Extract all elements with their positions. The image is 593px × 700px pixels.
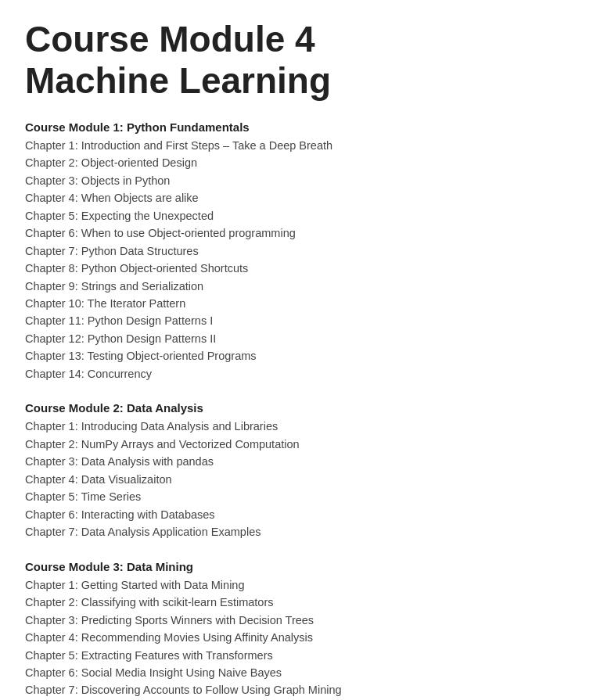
chapter-item: Chapter 6: Interacting with Databases — [25, 506, 568, 523]
chapter-item: Chapter 4: When Objects are alike — [25, 189, 568, 206]
chapter-item: Chapter 4: Data Visualizaiton — [25, 471, 568, 488]
chapter-item: Chapter 5: Time Series — [25, 488, 568, 505]
chapter-item: Chapter 4: Recommending Movies Using Aff… — [25, 629, 568, 646]
module-section-3: Course Module 3: Data MiningChapter 1: G… — [25, 560, 568, 700]
chapter-item: Chapter 3: Objects in Python — [25, 172, 568, 189]
chapter-item: Chapter 6: Social Media Insight Using Na… — [25, 664, 568, 681]
chapter-item: Chapter 10: The Iterator Pattern — [25, 295, 568, 312]
module-section-1: Course Module 1: Python FundamentalsChap… — [25, 120, 568, 383]
chapter-item: Chapter 12: Python Design Patterns II — [25, 330, 568, 347]
chapter-item: Chapter 7: Python Data Structures — [25, 242, 568, 260]
chapter-item: Chapter 5: Extracting Features with Tran… — [25, 647, 568, 664]
chapter-item: Chapter 5: Expecting the Unexpected — [25, 207, 568, 224]
module-heading-3: Course Module 3: Data Mining — [25, 560, 568, 573]
chapter-item: Chapter 7: Data Analysis Application Exa… — [25, 523, 568, 540]
chapter-item: Chapter 13: Testing Object-oriented Prog… — [25, 347, 568, 364]
module-section-2: Course Module 2: Data AnalysisChapter 1:… — [25, 401, 568, 540]
module-heading-2: Course Module 2: Data Analysis — [25, 401, 568, 415]
chapter-item: Chapter 2: Object-oriented Design — [25, 154, 568, 171]
chapter-item: Chapter 3: Predicting Sports Winners wit… — [25, 612, 568, 629]
chapter-item: Chapter 11: Python Design Patterns I — [25, 312, 568, 329]
chapter-item: Chapter 8: Python Object-oriented Shortc… — [25, 260, 568, 277]
chapter-item: Chapter 3: Data Analysis with pandas — [25, 453, 568, 470]
chapter-item: Chapter 7: Discovering Accounts to Follo… — [25, 681, 568, 698]
chapter-item: Chapter 14: Concurrency — [25, 365, 568, 382]
chapter-item: Chapter 6: When to use Object-oriented p… — [25, 224, 568, 242]
chapter-item: Chapter 2: Classifying with scikit-learn… — [25, 594, 568, 611]
modules-container: Course Module 1: Python FundamentalsChap… — [25, 120, 568, 700]
chapter-item: Chapter 2: NumPy Arrays and Vectorized C… — [25, 436, 568, 453]
module-heading-1: Course Module 1: Python Fundamentals — [25, 120, 568, 134]
chapter-item: Chapter 9: Strings and Serialization — [25, 278, 568, 295]
page-title: Course Module 4 Machine Learning — [25, 19, 568, 102]
chapter-item: Chapter 1: Introduction and First Steps … — [25, 137, 568, 154]
chapter-item: Chapter 1: Introducing Data Analysis and… — [25, 418, 568, 435]
chapter-item: Chapter 1: Getting Started with Data Min… — [25, 576, 568, 594]
